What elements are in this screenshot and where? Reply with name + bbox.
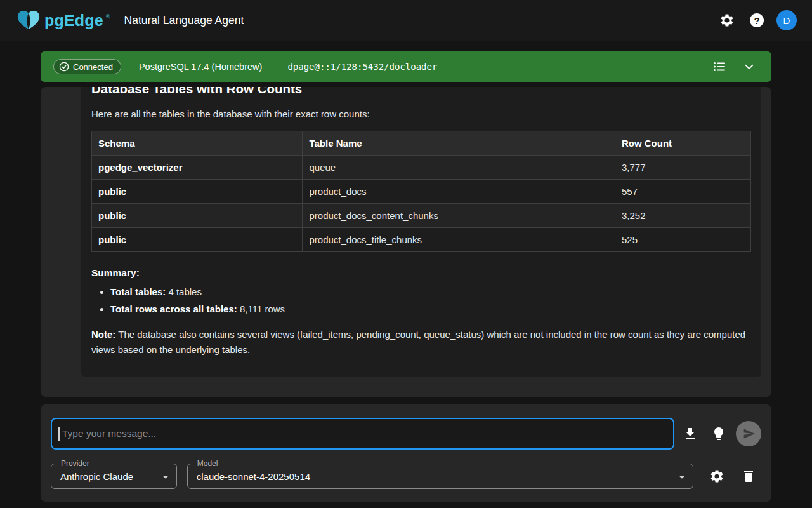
gear-icon	[719, 13, 735, 28]
text-cursor	[58, 427, 60, 441]
check-circle-icon	[59, 62, 69, 72]
connection-bar: Connected PostgreSQL 17.4 (Homebrew) dpa…	[41, 51, 771, 82]
provider-select[interactable]: Provider Anthropic Claude	[51, 464, 177, 489]
page-title: Natural Language Agent	[124, 14, 244, 27]
cell-table-name: product_docs	[303, 180, 615, 204]
composer-panel: Provider Anthropic Claude Model claude-s…	[41, 404, 771, 502]
trash-icon	[741, 469, 756, 484]
column-header-schema: Schema	[92, 131, 303, 156]
summary-label: Summary:	[91, 267, 751, 279]
chevron-down-icon	[675, 470, 689, 484]
cell-row-count: 557	[615, 180, 750, 204]
table-row: public product_docs_content_chunks 3,252	[92, 204, 751, 228]
model-select-label: Model	[194, 459, 221, 468]
brand-registered-mark: ®	[106, 13, 110, 20]
model-select-value: claude-sonnet-4-20250514	[197, 471, 310, 482]
cell-table-name: product_docs_content_chunks	[303, 204, 615, 228]
suggestions-button[interactable]	[706, 421, 731, 446]
settings-button[interactable]	[717, 10, 737, 30]
model-select[interactable]: Model claude-sonnet-4-20250514	[187, 464, 693, 489]
list-item: Total tables: 4 tables	[110, 286, 751, 297]
table-row: public product_docs 557	[92, 180, 751, 204]
column-header-table-name: Table Name	[303, 131, 615, 156]
connection-actions	[709, 57, 759, 77]
composer-controls-row: Provider Anthropic Claude Model claude-s…	[51, 464, 761, 489]
list-icon	[712, 59, 727, 74]
composer-input-row	[51, 418, 761, 450]
message-input[interactable]	[61, 427, 667, 440]
summary-list: Total tables: 4 tables Total rows across…	[91, 286, 751, 314]
connection-list-button[interactable]	[709, 57, 730, 77]
cell-row-count: 3,252	[615, 204, 750, 228]
message-note: Note: The database also contains several…	[91, 327, 751, 357]
assistant-message: Database Tables with Row Counts Here are…	[81, 87, 761, 377]
cell-row-count: 3,777	[615, 156, 750, 180]
cell-table-name: product_docs_title_chunks	[303, 228, 615, 252]
chevron-down-icon	[742, 60, 756, 74]
message-input-wrap[interactable]	[51, 418, 674, 450]
download-icon	[683, 426, 698, 441]
server-version-label: PostgreSQL 17.4 (Homebrew)	[139, 62, 263, 72]
table-row: pgedge_vectorizer queue 3,777	[92, 156, 751, 180]
list-item: Total rows across all tables: 8,111 rows	[110, 304, 751, 314]
avatar[interactable]: D	[776, 10, 797, 30]
pgedge-logo: pgEdge ®	[15, 9, 110, 32]
connection-string: dpage@::1/128:5432/docloader	[287, 62, 437, 72]
gear-icon	[709, 469, 724, 484]
cell-table-name: queue	[303, 156, 615, 180]
chevron-down-icon	[159, 470, 173, 484]
app-header: pgEdge ® Natural Language Agent ? D	[0, 0, 812, 41]
cell-schema: public	[92, 204, 303, 228]
note-text: The database also contains several views…	[91, 329, 745, 355]
cell-row-count: 525	[615, 228, 750, 252]
lightbulb-icon	[711, 426, 726, 441]
brand-text: pgEdge	[44, 11, 103, 30]
status-badge: Connected	[53, 59, 121, 74]
provider-select-value: Anthropic Claude	[60, 471, 133, 482]
status-label: Connected	[73, 62, 113, 72]
message-intro: Here are all the tables in the database …	[91, 109, 751, 119]
message-heading: Database Tables with Row Counts	[91, 87, 751, 97]
cell-schema: public	[92, 180, 303, 204]
send-icon	[743, 427, 756, 440]
table-row: public product_docs_title_chunks 525	[92, 228, 751, 252]
note-label: Note:	[91, 329, 115, 340]
bullet-label: Total rows across all tables:	[110, 304, 237, 314]
send-button[interactable]	[736, 421, 761, 446]
column-header-row-count: Row Count	[615, 131, 750, 156]
chat-panel[interactable]: Database Tables with Row Counts Here are…	[41, 87, 771, 397]
download-button[interactable]	[678, 421, 703, 446]
cell-schema: pgedge_vectorizer	[92, 156, 303, 180]
connection-collapse-button[interactable]	[740, 57, 759, 76]
bullet-value: 4 tables	[166, 286, 202, 297]
clear-chat-button[interactable]	[736, 464, 761, 489]
table-header-row: Schema Table Name Row Count	[92, 131, 751, 156]
composer-settings-button[interactable]	[705, 464, 730, 489]
help-icon: ?	[750, 13, 764, 27]
row-count-table: Schema Table Name Row Count pgedge_vecto…	[91, 131, 751, 252]
pgedge-logo-icon	[15, 9, 42, 32]
bullet-value: 8,111 rows	[237, 304, 285, 314]
help-button[interactable]: ?	[747, 11, 766, 30]
cell-schema: public	[92, 228, 303, 252]
provider-select-label: Provider	[58, 459, 93, 468]
bullet-label: Total tables:	[110, 286, 166, 297]
header-actions: ? D	[717, 10, 797, 30]
